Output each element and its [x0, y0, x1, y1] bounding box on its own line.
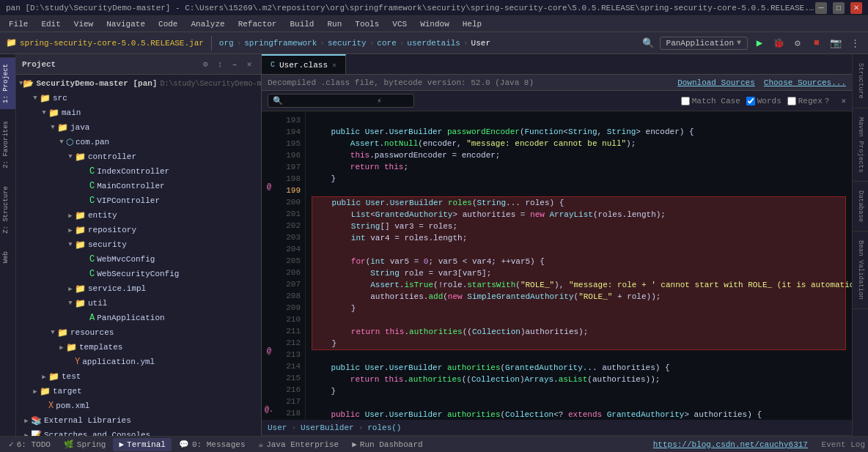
menu-refactor[interactable]: Refactor [232, 18, 283, 30]
web-icon[interactable]: Web [0, 245, 15, 269]
editor-area: C User.class ✕ Decompiled .class file, b… [262, 54, 852, 436]
tab-user-class[interactable]: C User.class ✕ [262, 54, 346, 74]
tree-item-util[interactable]: ▼ 📁 util [16, 296, 261, 311]
minimize-button[interactable]: ─ [815, 2, 827, 14]
menu-code[interactable]: Code [152, 18, 183, 30]
security-folder-icon: 📁 [75, 240, 86, 251]
menu-view[interactable]: View [68, 18, 99, 30]
tab-close-icon[interactable]: ✕ [332, 61, 336, 70]
bottom-tab-todo[interactable]: ✓ 6: TODO [3, 438, 56, 451]
menu-tools[interactable]: Tools [349, 18, 385, 30]
bc-springframework[interactable]: springframework [244, 39, 317, 48]
menu-vcs[interactable]: VCS [386, 18, 413, 30]
tree-item-serviceimpl[interactable]: ▶ 📁 service.impl [16, 281, 261, 296]
tree-item-vipcontroller[interactable]: C VIPController [16, 193, 261, 208]
panel-close-icon[interactable]: ✕ [243, 59, 255, 70]
menu-help[interactable]: Help [457, 18, 488, 30]
tree-item-src[interactable]: ▼ 📁 src [16, 91, 261, 105]
search-everywhere-icon[interactable]: 🔍 [641, 36, 655, 51]
tree-item-resources[interactable]: ▼ 📁 resources [16, 325, 261, 340]
panel-sync-icon[interactable]: ↕ [214, 59, 226, 70]
debug-icon[interactable]: 🐞 [771, 36, 786, 51]
settings-icon[interactable]: ⚙ [790, 36, 805, 51]
tree-item-scratches[interactable]: ▶ 📝 Scratches and Consoles [16, 428, 261, 436]
bc-userdetails[interactable]: userdetails [407, 39, 460, 48]
camera-icon[interactable]: 📷 [828, 36, 843, 51]
bc-roles-bottom[interactable]: roles() [367, 423, 401, 432]
tree-item-entity[interactable]: ▶ 📁 entity [16, 208, 261, 223]
event-log-label[interactable]: Event Log [822, 440, 865, 449]
status-url-text[interactable]: https://blog.csdn.net/cauchy6317 [653, 440, 808, 449]
stop-icon[interactable]: ■ [809, 36, 824, 51]
bc-org[interactable]: org [219, 39, 234, 48]
right-panel-labels: Structure Maven Projects Database Bean V… [852, 54, 868, 436]
bc-core[interactable]: core [377, 39, 396, 48]
bottom-tab-messages[interactable]: 💬 0: Messages [173, 438, 251, 451]
tree-item-pomxml[interactable]: X pom.xml [16, 399, 261, 413]
tree-item-maincontroller[interactable]: C MainController [16, 179, 261, 193]
menu-file[interactable]: File [3, 18, 34, 30]
panel-gear-icon[interactable]: ⚙ [199, 59, 211, 70]
menu-analyze[interactable]: Analyze [185, 18, 230, 30]
search-close-icon[interactable]: ✕ [841, 96, 846, 105]
right-label-beanvalidation[interactable]: Bean Validation [853, 231, 868, 309]
tree-item-root[interactable]: ▼ 📂 SecurityDemo-master [pan] D:\study\S… [16, 76, 261, 91]
tree-item-controller[interactable]: ▼ 📁 controller [16, 149, 261, 164]
regex-option[interactable]: Regex ? [787, 97, 830, 105]
choose-sources-button[interactable]: Choose Sources... [764, 78, 846, 87]
project-panel-icon[interactable]: 1: Project [0, 57, 15, 109]
menu-navigate[interactable]: Navigate [100, 18, 151, 30]
words-option[interactable]: Words [746, 97, 781, 105]
tree-item-webmvcconfig[interactable]: C WebMvcConfig [16, 252, 261, 267]
match-case-option[interactable]: Match Case [681, 97, 740, 105]
tree-item-repository[interactable]: ▶ 📁 repository [16, 223, 261, 237]
tree-item-test[interactable]: ▶ 📁 test [16, 369, 261, 384]
bc-user-bottom[interactable]: User [268, 423, 287, 432]
zstructure-icon[interactable]: Z: Structure [0, 180, 15, 240]
close-button[interactable]: ✕ [850, 2, 862, 14]
tree-item-extlib[interactable]: ▶ 📚 External Libraries [16, 413, 261, 428]
tree-item-appyml[interactable]: Y application.yml [16, 355, 261, 369]
tree-item-panapplication[interactable]: A PanApplication [16, 311, 261, 325]
right-label-structure[interactable]: Structure [853, 54, 868, 108]
bottom-tab-rundashboard[interactable]: ▶ Run Dashboard [346, 438, 428, 451]
decompiled-notice: Decompiled .class file, bytecode version… [268, 78, 534, 87]
bottom-tab-spring[interactable]: 🌿 Spring [58, 438, 112, 451]
download-sources-button[interactable]: Download Sources [677, 78, 755, 87]
more-icon[interactable]: ⋮ [847, 36, 862, 51]
search-input[interactable] [286, 97, 374, 105]
right-label-database[interactable]: Database [853, 182, 868, 231]
tree-item-target[interactable]: ▶ 📁 target [16, 384, 261, 399]
right-label-maven[interactable]: Maven Projects [853, 108, 868, 182]
menu-window[interactable]: Window [414, 18, 455, 30]
tree-item-indexcontroller[interactable]: C IndexController [16, 164, 261, 179]
tree-item-java[interactable]: ▼ 📁 java [16, 120, 261, 135]
bc-security[interactable]: security [328, 39, 367, 48]
match-case-checkbox[interactable] [681, 97, 690, 105]
words-checkbox[interactable] [746, 97, 755, 105]
bc-userbuilder-bottom[interactable]: UserBuilder [301, 423, 354, 432]
regex-checkbox[interactable] [787, 97, 796, 105]
bottom-tab-terminal[interactable]: ▶ Terminal [113, 438, 171, 451]
bottom-tab-javaee[interactable]: ☕ Java Enterprise [253, 438, 345, 451]
menu-edit[interactable]: Edit [35, 18, 66, 30]
bc-user[interactable]: User [471, 39, 490, 48]
search-bar: 🔍 ⚡ Match Case Words Regex [262, 91, 852, 111]
maximize-button[interactable]: □ [833, 2, 845, 14]
search-options: Match Case Words Regex ? [681, 97, 830, 105]
menu-run[interactable]: Run [321, 18, 347, 30]
spring-icon: 🌿 [64, 440, 74, 449]
filter-icon[interactable]: ⚡ [377, 96, 382, 105]
tree-item-security[interactable]: ▼ 📁 security [16, 237, 261, 252]
panel-collapse-icon[interactable]: – [229, 59, 240, 70]
code-content[interactable]: public User.UserBuilder passwordEncoder(… [306, 111, 852, 420]
menu-build[interactable]: Build [284, 18, 320, 30]
javaee-icon: ☕ [259, 440, 264, 449]
run-icon[interactable]: ▶ [752, 36, 767, 51]
run-config-dropdown[interactable]: PanApplication ▼ [660, 37, 748, 50]
tree-item-websecurityconfig[interactable]: C WebSecurityConfig [16, 267, 261, 281]
favorites-icon[interactable]: 2: Favorites [0, 115, 15, 174]
tree-item-compan[interactable]: ▼ ⬡ com.pan [16, 135, 261, 149]
tree-item-templates[interactable]: ▶ 📁 templates [16, 340, 261, 355]
tree-item-main[interactable]: ▼ 📁 main [16, 105, 261, 120]
